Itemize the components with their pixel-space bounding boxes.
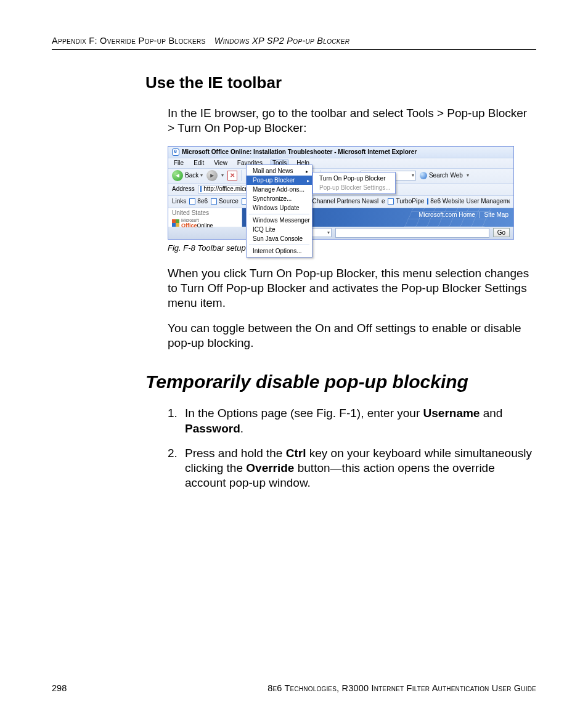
figure-caption: Fig. F-8 Toolbar setup bbox=[168, 243, 536, 253]
footer-title: 8e6 Technologies, R3000 Internet Filter … bbox=[267, 683, 536, 693]
page-header: Appendix F: Override Pop-up Blockers Win… bbox=[52, 36, 536, 50]
ie-page-body: United States Microsoft OfficeOnline bbox=[168, 208, 513, 227]
menu-item-popup-blocker[interactable]: Pop-up Blocker bbox=[247, 176, 312, 185]
search-text-field[interactable] bbox=[335, 228, 489, 238]
dropdown-arrow-icon: ▾ bbox=[467, 173, 469, 178]
menu-item-manage-addons[interactable]: Manage Add-ons... bbox=[247, 185, 312, 194]
menu-item-mail-news[interactable]: Mail and News bbox=[247, 166, 312, 176]
link-label: TurboPipe bbox=[396, 198, 424, 205]
search-web-label: Search Web bbox=[429, 172, 463, 179]
body-paragraph-3: You can toggle between the On and Off se… bbox=[168, 321, 536, 351]
submenu-arrow-icon bbox=[306, 168, 308, 174]
country-label: United States bbox=[172, 210, 238, 216]
back-button[interactable]: ◄ Back ▾ bbox=[172, 170, 203, 181]
link-8e6[interactable]: 8e6 bbox=[189, 198, 208, 205]
office-search-bar: earch: Downloads ▾ Go bbox=[168, 227, 513, 239]
office-ms: Microsoft bbox=[181, 218, 198, 222]
submenu-turn-on-popup[interactable]: Turn On Pop-up Blocker bbox=[313, 174, 395, 183]
link-label: 8e6 bbox=[197, 198, 208, 205]
page-icon bbox=[200, 186, 202, 192]
toolbar-divider bbox=[241, 170, 242, 181]
ie-icon bbox=[172, 148, 179, 156]
menu-item-sun-java[interactable]: Sun Java Console bbox=[247, 234, 312, 243]
intro-paragraph: In the IE browser, go to the toolbar and… bbox=[168, 106, 536, 136]
menu-file[interactable]: File bbox=[172, 160, 186, 167]
step-text: In the Options page (see Fig. F-1), ente… bbox=[185, 407, 423, 420]
menu-separator bbox=[249, 214, 309, 214]
banner-sitemap-link[interactable]: Site Map bbox=[484, 212, 508, 218]
page-icon bbox=[211, 198, 217, 205]
mi-label: Turn On Pop-up Blocker bbox=[319, 175, 385, 182]
mi-label: ICQ Lite bbox=[253, 226, 276, 233]
mi-label: Sun Java Console bbox=[253, 235, 303, 242]
page-footer: 298 8e6 Technologies, R3000 Internet Fil… bbox=[52, 683, 536, 693]
ie-title-text: Microsoft Office Online: Installation Tr… bbox=[182, 149, 417, 155]
ie-titlebar: Microsoft Office Online: Installation Tr… bbox=[168, 147, 513, 158]
link-label: 8e6 Website User Management bbox=[430, 198, 510, 205]
mi-label: Mail and News bbox=[253, 168, 293, 174]
menu-view[interactable]: View bbox=[212, 160, 229, 167]
office-logo-text: Microsoft OfficeOnline bbox=[181, 217, 213, 229]
back-label: Back bbox=[185, 172, 198, 179]
menu-item-windows-update[interactable]: Windows Update bbox=[247, 203, 312, 213]
link-newsletter-e: e bbox=[382, 198, 385, 205]
submenu-arrow-icon bbox=[307, 177, 309, 184]
section-heading: Use the IE toolbar bbox=[145, 73, 536, 92]
step-bold: Override bbox=[246, 461, 294, 474]
office-side-panel: United States Microsoft OfficeOnline bbox=[168, 208, 242, 227]
mi-label: Pop-up Blocker Settings... bbox=[319, 184, 391, 191]
step-2: Press and hold the Ctrl key on your keyb… bbox=[168, 446, 536, 491]
menu-separator bbox=[249, 245, 309, 245]
stop-button[interactable]: ✕ bbox=[227, 171, 237, 181]
ie-menubar: File Edit View Favorites Tools Help bbox=[168, 158, 513, 169]
dropdown-arrow-icon: ▾ bbox=[200, 173, 203, 178]
mi-label: Internet Options... bbox=[253, 248, 302, 254]
mi-label: Windows Update bbox=[253, 205, 300, 211]
menu-item-icq-lite[interactable]: ICQ Lite bbox=[247, 225, 312, 234]
menu-item-internet-options[interactable]: Internet Options... bbox=[247, 246, 312, 256]
submenu-popup-settings: Pop-up Blocker Settings... bbox=[313, 183, 395, 192]
step-text: Press and hold the bbox=[185, 447, 286, 460]
step-text: and bbox=[480, 407, 502, 420]
mi-label: Synchronize... bbox=[253, 195, 292, 202]
step-bold: Password bbox=[185, 422, 240, 435]
step-text: . bbox=[240, 422, 243, 435]
link-source[interactable]: Source bbox=[211, 198, 239, 205]
body-paragraph-2: When you click Turn On Pop-up Blocker, t… bbox=[168, 266, 536, 311]
banner-links: Microsoft.com Home | Site Map bbox=[419, 212, 508, 218]
mi-label: Windows Messenger bbox=[253, 217, 310, 224]
link-user-mgmt[interactable]: 8e6 Website User Management bbox=[427, 198, 510, 205]
page-number: 298 bbox=[52, 683, 67, 693]
banner-home-link[interactable]: Microsoft.com Home bbox=[419, 212, 475, 218]
step-1: In the Options page (see Fig. F-1), ente… bbox=[168, 406, 536, 436]
menu-item-synchronize[interactable]: Synchronize... bbox=[247, 194, 312, 203]
popup-blocker-submenu: Turn On Pop-up Blocker Pop-up Blocker Se… bbox=[312, 172, 396, 194]
forward-button[interactable]: ► bbox=[206, 170, 218, 181]
figure-ie-toolbar: Microsoft Office Online: Installation Tr… bbox=[168, 146, 536, 240]
address-label: Address bbox=[172, 186, 195, 192]
menu-item-windows-messenger[interactable]: Windows Messenger bbox=[247, 216, 312, 225]
step-bold: Ctrl bbox=[286, 447, 306, 460]
banner-divider: | bbox=[479, 212, 481, 218]
menu-edit[interactable]: Edit bbox=[192, 160, 206, 167]
page-icon bbox=[189, 198, 195, 205]
page-icon bbox=[427, 198, 428, 205]
header-right: Windows XP SP2 Pop-up Blocker bbox=[214, 36, 349, 46]
search-web-button[interactable]: Search Web bbox=[420, 172, 463, 179]
office-online-logo: Microsoft OfficeOnline bbox=[172, 217, 238, 229]
link-turbopipe[interactable]: TurboPipe bbox=[388, 198, 424, 205]
office-name: Office bbox=[181, 222, 197, 229]
link-label: Source bbox=[219, 198, 239, 205]
subsection-heading: Temporarily disable pop-up blocking bbox=[145, 371, 536, 392]
office-logo-icon bbox=[172, 219, 179, 227]
back-arrow-icon: ◄ bbox=[172, 170, 183, 181]
globe-icon bbox=[420, 172, 427, 179]
office-online: Online bbox=[197, 222, 213, 229]
dropdown-arrow-icon: ▾ bbox=[221, 173, 224, 178]
tools-dropdown-menu: Mail and News Pop-up Blocker Manage Add-… bbox=[246, 164, 312, 258]
mi-label: Manage Add-ons... bbox=[253, 186, 304, 193]
page-icon bbox=[388, 198, 394, 205]
go-button[interactable]: Go bbox=[493, 228, 510, 237]
steps-list: In the Options page (see Fig. F-1), ente… bbox=[168, 406, 536, 491]
mi-label: Pop-up Blocker bbox=[253, 177, 295, 184]
